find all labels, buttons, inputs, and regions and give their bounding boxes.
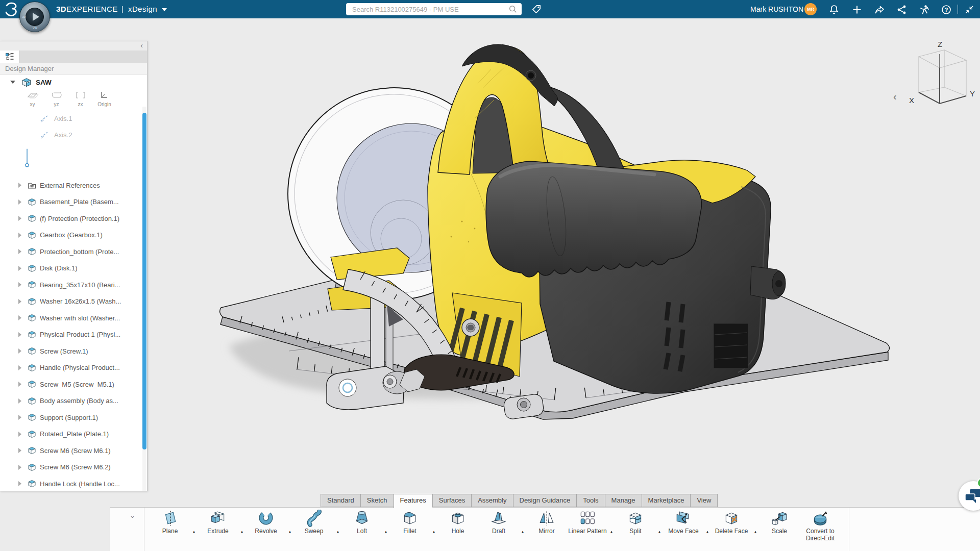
- tab-tools[interactable]: Tools: [576, 494, 604, 507]
- expand-arrow-icon[interactable]: [18, 448, 21, 453]
- plane-origin[interactable]: Origin: [92, 91, 116, 107]
- help-icon[interactable]: ?: [941, 4, 952, 15]
- flyout-arrow[interactable]: ▲: [608, 530, 615, 533]
- tree-item-washer-with-slot-washer[interactable]: Washer with slot (Washer...: [0, 310, 144, 327]
- tab-marketplace[interactable]: Marketplace: [642, 494, 691, 507]
- expand-arrow-icon[interactable]: [18, 183, 21, 188]
- tree-item-basement-plate-basem[interactable]: Basement_Plate (Basem...: [0, 194, 144, 211]
- expand-arrow-icon[interactable]: [18, 481, 21, 486]
- tool-draft[interactable]: Draft: [478, 510, 519, 535]
- expand-arrow-icon[interactable]: [18, 282, 21, 287]
- flyout-arrow[interactable]: ▲: [238, 530, 246, 533]
- tree-item-axis-1[interactable]: Axis.1: [0, 110, 147, 127]
- tree-item-axis-2[interactable]: Axis.2: [0, 127, 147, 143]
- flyout-arrow[interactable]: ▲: [519, 530, 526, 533]
- expand-arrow-icon[interactable]: [18, 382, 21, 387]
- tree-item-physical-product-1-physi[interactable]: Physical Product 1 (Physi...: [0, 327, 144, 343]
- expand-arrow-icon[interactable]: [18, 332, 21, 337]
- plane-yz[interactable]: yz: [44, 91, 68, 107]
- notifications-bell-icon[interactable]: [828, 4, 840, 15]
- panel-collapse-chevron-icon[interactable]: ‹: [140, 41, 143, 49]
- tool-plane[interactable]: Plane: [150, 510, 190, 535]
- tree-item-external-references[interactable]: External References: [0, 177, 144, 194]
- expand-arrow-icon[interactable]: [18, 233, 21, 238]
- tree-item-screw-m5-screw-m5-1[interactable]: Screw_M5 (Screw_M5.1): [0, 376, 144, 393]
- tree-item-f-protection-protection-1[interactable]: (f) Protection (Protection.1): [0, 210, 144, 227]
- sidebar-scrollbar-thumb[interactable]: [142, 113, 146, 449]
- tab-assembly[interactable]: Assembly: [471, 494, 512, 507]
- tab-view[interactable]: View: [690, 494, 718, 507]
- tree-item-handle-physical-product[interactable]: Handle (Physical Product...: [0, 360, 144, 377]
- tool-convert-to-direct-edit[interactable]: Convert to Direct-Edit: [800, 510, 841, 542]
- tool-hole[interactable]: Hole: [437, 510, 478, 535]
- messaging-chat-button[interactable]: [959, 481, 980, 511]
- global-search[interactable]: [346, 3, 522, 15]
- tab-standard[interactable]: Standard: [321, 494, 360, 507]
- tree-item-rotated-plate-plate-1[interactable]: Rotated_Plate (Plate.1): [0, 426, 144, 443]
- tool-mirror[interactable]: Mirror: [526, 510, 567, 535]
- expand-arrow-icon[interactable]: [18, 216, 21, 221]
- tool-linear-pattern[interactable]: Linear Pattern: [567, 510, 608, 535]
- expand-arrow-icon[interactable]: [18, 432, 21, 437]
- user-name[interactable]: Mark RUSHTON: [750, 5, 803, 13]
- tab-sketch[interactable]: Sketch: [360, 494, 394, 507]
- tool-sweep[interactable]: Sweep: [293, 510, 334, 535]
- tool-extrude[interactable]: Extrude: [198, 510, 238, 535]
- expand-arrow-icon[interactable]: [18, 315, 21, 320]
- saw-top-handle[interactable]: [438, 44, 558, 181]
- battery-knob[interactable]: [750, 266, 786, 299]
- 3dswym-community-icon[interactable]: [919, 4, 930, 15]
- share-network-icon[interactable]: [896, 4, 908, 15]
- share-arrow-icon[interactable]: [874, 4, 885, 15]
- flyout-arrow[interactable]: ▲: [190, 530, 198, 533]
- tree-item-washer-16x26x1-5-wash[interactable]: Washer 16x26x1.5 (Wash...: [0, 293, 144, 310]
- tab-design-manager[interactable]: [0, 51, 19, 63]
- ribbon-collapse-chevron-icon[interactable]: ⌄: [130, 512, 135, 519]
- tool-scale[interactable]: Scale: [759, 510, 800, 535]
- tool-delete-face[interactable]: Delete Face: [711, 510, 752, 535]
- 3d-compass-icon[interactable]: 3D V.R: [19, 2, 50, 32]
- tree-item-screw-m6-screw-m6-2[interactable]: Screw M6 (Screw M6.2): [0, 459, 144, 476]
- 3ds-logo-icon[interactable]: [4, 2, 19, 17]
- tree-item-screw-m6-screw-m6-1[interactable]: Screw M6 (Screw M6.1): [0, 442, 144, 459]
- expand-arrow-icon[interactable]: [18, 415, 21, 420]
- expand-arrow-icon[interactable]: [18, 398, 21, 404]
- tab-manage[interactable]: Manage: [605, 494, 642, 507]
- collapse-window-icon[interactable]: [964, 4, 975, 15]
- tree-item-handle-lock-handle-loc[interactable]: Handle Lock (Handle Loc...: [0, 475, 144, 491]
- add-content-plus-icon[interactable]: [851, 4, 863, 15]
- tool-fillet[interactable]: Fillet: [389, 510, 430, 535]
- collapse-caret-icon[interactable]: [10, 81, 15, 84]
- tree-item-gearbox-gearbox-1[interactable]: Gearbox (Gearbox.1): [0, 227, 144, 244]
- tool-move-face[interactable]: Move Face: [663, 510, 704, 535]
- plane-xy[interactable]: xy: [20, 91, 44, 107]
- tree-item-screw-screw-1[interactable]: Screw (Screw.1): [0, 343, 144, 360]
- tree-item-protection-bottom-prote[interactable]: Protection_bottom (Prote...: [0, 243, 144, 260]
- tag-icon[interactable]: [531, 4, 542, 15]
- expand-arrow-icon[interactable]: [18, 465, 21, 470]
- app-name[interactable]: xDesign: [128, 5, 157, 13]
- tree-item-support-support-1[interactable]: Support (Support.1): [0, 409, 144, 426]
- tree-item-body-assembly-body-as[interactable]: Body assembly (Body as...: [0, 393, 144, 410]
- tab-surfaces[interactable]: Surfaces: [432, 494, 471, 507]
- expand-arrow-icon[interactable]: [18, 365, 21, 370]
- expand-arrow-icon[interactable]: [18, 299, 21, 304]
- flyout-arrow[interactable]: ▲: [334, 530, 341, 533]
- expand-arrow-icon[interactable]: [18, 249, 21, 254]
- app-switcher-chevron-icon[interactable]: [162, 8, 167, 11]
- view-cube[interactable]: Z X Y: [891, 39, 977, 113]
- tool-revolve[interactable]: Revolve: [246, 510, 286, 535]
- expand-arrow-icon[interactable]: [18, 266, 21, 271]
- tool-split[interactable]: Split: [615, 510, 656, 535]
- flyout-arrow[interactable]: ▲: [656, 530, 663, 533]
- search-icon[interactable]: [508, 5, 518, 14]
- tab-features[interactable]: Features: [394, 494, 432, 508]
- pivot-bolt[interactable]: [462, 319, 479, 336]
- avatar[interactable]: MR: [804, 3, 817, 15]
- tab-design-guidance[interactable]: Design Guidance: [513, 494, 577, 507]
- search-input[interactable]: [346, 6, 508, 13]
- flyout-arrow[interactable]: ▲: [286, 530, 293, 533]
- tree-item-disk-disk-1[interactable]: Disk (Disk.1): [0, 260, 144, 277]
- flyout-arrow[interactable]: ▲: [752, 530, 759, 533]
- flyout-arrow[interactable]: ▲: [704, 530, 711, 533]
